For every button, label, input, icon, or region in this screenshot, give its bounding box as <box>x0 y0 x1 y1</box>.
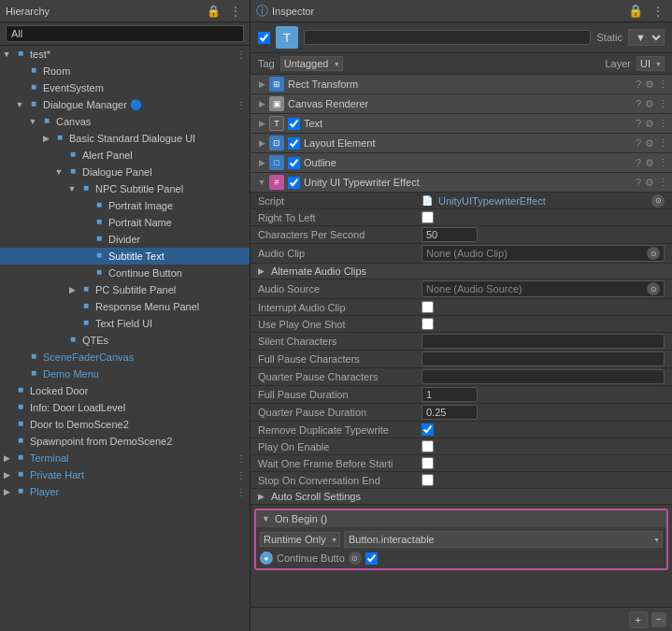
object-name-input[interactable]: Subtitle Text <box>304 30 591 45</box>
hierarchy-item-qtes[interactable]: ■ QTEs <box>0 332 250 349</box>
settings-icon[interactable]: ⚙ <box>645 79 654 91</box>
play-on-enable-checkbox[interactable] <box>422 440 434 452</box>
hierarchy-item-demo-menu[interactable]: ■ Demo Menu <box>0 366 250 382</box>
text-component-row[interactable]: ▶ T Text ? ⚙ ⋮ <box>250 114 672 134</box>
tag-dropdown[interactable]: Untagged <box>280 56 343 71</box>
silent-chars-input[interactable] <box>422 334 665 349</box>
auto-scroll-foldout[interactable]: ▶ Auto Scroll Settings <box>250 489 672 505</box>
layout-element-row[interactable]: ▶ ⊡ Layout Element ? ⚙ ⋮ <box>250 134 672 153</box>
quarter-pause-chars-input[interactable] <box>422 369 665 384</box>
hierarchy-item-npc-subtitle[interactable]: ▼ ■ NPC Subtitle Panel <box>0 180 250 197</box>
hierarchy-item-divider[interactable]: ■ Divider <box>0 231 250 248</box>
hierarchy-item-continue-button[interactable]: ■ Continue Button <box>0 265 250 281</box>
object-active-checkbox[interactable] <box>258 32 270 44</box>
runtime-dropdown[interactable]: Runtime Only <box>260 532 340 547</box>
full-pause-duration-input[interactable] <box>422 387 478 402</box>
item-menu-icon[interactable]: ⋮ <box>236 487 250 497</box>
hierarchy-item-room[interactable]: ■ Room <box>0 63 250 79</box>
hierarchy-menu-icon[interactable]: ⋮ <box>227 4 244 19</box>
hierarchy-item-terminal[interactable]: ▶ ■ Terminal ⋮ <box>0 450 250 466</box>
canvas-renderer-row[interactable]: ▶ ▣ Canvas Renderer ? ⚙ ⋮ <box>250 94 672 114</box>
settings-icon[interactable]: ⚙ <box>645 157 654 169</box>
item-menu-icon[interactable]: ⋮ <box>236 470 250 480</box>
inspector-menu-icon[interactable]: ⋮ <box>650 4 666 19</box>
help-icon[interactable]: ? <box>636 137 641 149</box>
inspector-lock-icon[interactable]: 🔒 <box>625 3 646 19</box>
expand-icon[interactable]: ▶ <box>254 119 269 128</box>
audio-source-select-btn[interactable]: ⊙ <box>647 282 660 295</box>
expand-icon[interactable]: ▶ <box>254 99 269 108</box>
stop-on-conversation-checkbox[interactable] <box>422 474 434 486</box>
dots-icon[interactable]: ⋮ <box>658 177 668 189</box>
hierarchy-item-subtitle-text[interactable]: ■ Subtitle Text <box>0 248 250 265</box>
expand-icon[interactable]: ▼ <box>254 178 269 187</box>
remove-component-btn[interactable]: − <box>651 612 666 627</box>
hierarchy-item-response-menu[interactable]: ■ Response Menu Panel <box>0 298 250 315</box>
hierarchy-item-locked-door[interactable]: ■ Locked Door <box>0 382 250 399</box>
item-menu-icon[interactable]: ⋮ <box>236 50 250 60</box>
expand-icon[interactable]: ▶ <box>254 138 269 148</box>
dots-icon[interactable]: ⋮ <box>658 118 668 130</box>
layout-enabled-checkbox[interactable] <box>288 137 300 150</box>
quarter-pause-duration-input[interactable] <box>422 405 478 420</box>
hierarchy-item-portrait-image[interactable]: ■ Portrait Image <box>0 197 250 214</box>
script-select-btn[interactable]: ⊙ <box>651 194 665 208</box>
settings-icon[interactable]: ⚙ <box>645 177 654 189</box>
right-to-left-checkbox[interactable] <box>422 211 434 223</box>
settings-icon[interactable]: ⚙ <box>645 137 654 150</box>
help-icon[interactable]: ? <box>636 98 641 109</box>
expand-icon[interactable]: ▶ <box>254 158 269 167</box>
hierarchy-item-scenefader[interactable]: ■ SceneFaderCanvas <box>0 349 250 366</box>
hierarchy-item-spawnpoint[interactable]: ■ Spawnpoint from DemoScene2 <box>0 433 250 450</box>
event-object-select-btn[interactable]: ⊙ <box>349 552 362 565</box>
static-dropdown[interactable]: ▼ <box>628 29 665 46</box>
event-enabled-checkbox[interactable] <box>365 552 378 565</box>
hierarchy-item-alert-panel[interactable]: ■ Alert Panel <box>0 147 250 164</box>
use-play-one-shot-checkbox[interactable] <box>422 318 434 330</box>
hierarchy-item-portrait-name[interactable]: ■ Portrait Name <box>0 214 250 231</box>
hierarchy-item-pc-subtitle[interactable]: ▶ ■ PC Subtitle Panel <box>0 281 250 298</box>
hierarchy-item-basic-standard[interactable]: ▶ ■ Basic Standard Dialogue UI <box>0 130 250 147</box>
hierarchy-item-door-demo[interactable]: ■ Door to DemoScene2 <box>0 416 250 433</box>
dots-icon[interactable]: ⋮ <box>658 79 668 91</box>
hierarchy-item-dialogue-manager[interactable]: ▼ ■ Dialogue Manager 🔵 ⋮ <box>0 96 250 113</box>
settings-icon[interactable]: ⚙ <box>645 118 654 130</box>
hierarchy-lock-icon[interactable]: 🔒 <box>204 4 223 19</box>
outline-enabled-checkbox[interactable] <box>288 157 300 169</box>
rect-transform-row[interactable]: ▶ ⊞ Rect Transform ? ⚙ ⋮ <box>250 75 672 94</box>
help-icon[interactable]: ? <box>636 118 641 129</box>
alternate-audio-foldout[interactable]: ▶ Alternate Audio Clips <box>250 264 672 280</box>
interrupt-audio-checkbox[interactable] <box>422 301 434 313</box>
hierarchy-item-info-door[interactable]: ■ Info: Door LoadLevel <box>0 399 250 416</box>
function-dropdown[interactable]: Button.interactable <box>344 531 663 548</box>
help-icon[interactable]: ? <box>636 157 641 168</box>
dots-icon[interactable]: ⋮ <box>658 137 668 150</box>
layer-dropdown[interactable]: UI <box>636 56 665 71</box>
dots-icon[interactable]: ⋮ <box>658 157 668 169</box>
dots-icon[interactable]: ⋮ <box>658 98 668 110</box>
add-component-btn[interactable]: + <box>629 611 648 628</box>
help-icon[interactable]: ? <box>636 177 641 188</box>
typewriter-header-row[interactable]: ▼ # Unity UI Typewriter Effect ? ⚙ ⋮ <box>250 173 672 193</box>
chars-per-second-input[interactable] <box>422 227 478 242</box>
item-menu-icon[interactable]: ⋮ <box>236 100 250 110</box>
hierarchy-item-text-field-ui[interactable]: ■ Text Field UI <box>0 315 250 332</box>
full-pause-chars-input[interactable] <box>422 351 665 366</box>
hierarchy-item-player[interactable]: ▶ ■ Player ⋮ <box>0 483 250 500</box>
wait-one-frame-checkbox[interactable] <box>422 457 434 469</box>
typewriter-enabled-checkbox[interactable] <box>288 177 300 189</box>
outline-row[interactable]: ▶ □ Outline ? ⚙ ⋮ <box>250 153 672 173</box>
hierarchy-item-test[interactable]: ▼ ■ test* ⋮ <box>0 46 250 63</box>
help-icon[interactable]: ? <box>636 79 641 90</box>
text-enabled-checkbox[interactable] <box>288 118 300 130</box>
item-menu-icon[interactable]: ⋮ <box>236 453 250 464</box>
remove-duplicate-checkbox[interactable] <box>422 423 434 436</box>
hierarchy-item-dialogue-panel[interactable]: ▼ ■ Dialogue Panel <box>0 164 250 180</box>
settings-icon[interactable]: ⚙ <box>645 98 654 110</box>
hierarchy-item-canvas[interactable]: ▼ ■ Canvas <box>0 113 250 130</box>
audio-clip-select-btn[interactable]: ⊙ <box>647 247 660 260</box>
expand-icon[interactable]: ▶ <box>254 79 269 89</box>
hierarchy-search-input[interactable] <box>6 25 244 42</box>
hierarchy-item-eventsystem[interactable]: ■ EventSystem <box>0 79 250 96</box>
hierarchy-item-private-hart[interactable]: ▶ ■ Private Hart ⋮ <box>0 466 250 483</box>
